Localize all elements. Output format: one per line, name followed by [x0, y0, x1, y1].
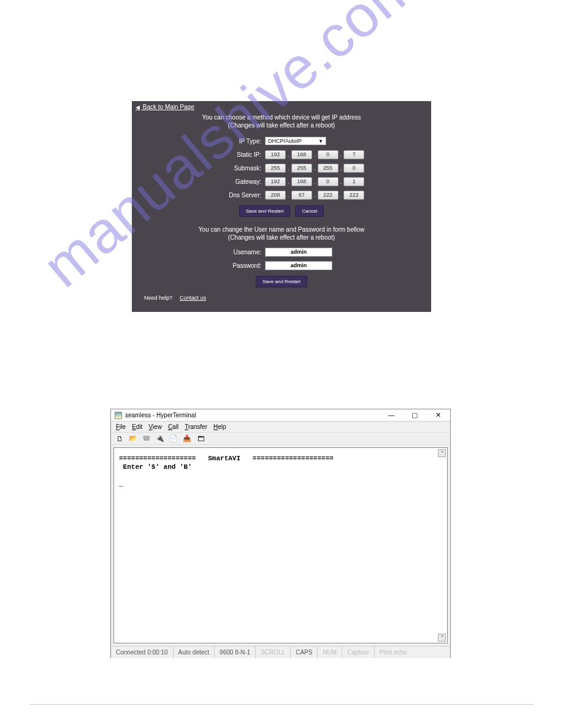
scroll-up-button[interactable]: ˄ — [438, 449, 446, 457]
toolbar: 🗋 📂 ☎ 🔌 📄 📥 🗔 — [111, 433, 450, 445]
submask-label: Submask: — [175, 165, 261, 172]
statusbar: Connected 0:00:10 Auto detect 9600 8-N-1… — [111, 646, 450, 658]
menubar: File Edit View Call Transfer Help — [111, 422, 450, 433]
need-help-label: Need help? — [144, 295, 172, 301]
status-capture: Capture — [342, 646, 375, 658]
username-label: Usename: — [175, 249, 261, 256]
menu-call[interactable]: Call — [168, 423, 178, 430]
back-label: Back to Main Page — [143, 104, 194, 110]
back-arrow-icon: ◀ — [136, 104, 140, 110]
submask-octet-3[interactable]: 255 — [318, 164, 339, 173]
dns-octet-3[interactable]: 222 — [318, 191, 339, 200]
properties-icon[interactable]: 🗔 — [196, 434, 205, 444]
menu-view[interactable]: View — [148, 423, 162, 430]
status-print: Print echo — [375, 646, 412, 658]
gateway-octet-3[interactable]: 0 — [318, 177, 339, 186]
gateway-octet-1[interactable]: 192 — [265, 177, 286, 186]
chevron-down-icon: ▼ — [318, 138, 323, 144]
instruction-user-1: You can change the User name and Passwor… — [132, 226, 431, 233]
static-ip-octet-4[interactable]: 7 — [343, 150, 364, 159]
open-icon[interactable]: 📂 — [128, 434, 138, 444]
menu-file[interactable]: File — [116, 423, 126, 430]
disconnect-icon[interactable]: 🔌 — [155, 434, 165, 444]
dns-octet-1[interactable]: 208 — [265, 191, 286, 200]
menu-transfer[interactable]: Transfer — [185, 423, 207, 430]
send-icon[interactable]: 📄 — [169, 434, 178, 444]
static-ip-octet-1[interactable]: 192 — [265, 150, 286, 159]
status-caps: CAPS — [291, 646, 318, 658]
menu-help[interactable]: Help — [213, 423, 226, 430]
save-restart-user-button[interactable]: Save and Restart — [256, 276, 307, 287]
status-detect: Auto detect — [174, 646, 215, 658]
gateway-label: Gateway: — [175, 178, 261, 185]
dns-label: Dns Server: — [175, 192, 261, 199]
status-baud: 9600 8-N-1 — [215, 646, 256, 658]
connect-icon[interactable]: ☎ — [142, 434, 151, 444]
static-ip-octet-2[interactable]: 168 — [291, 150, 312, 159]
ip-form: IP Type: DHCP/AutoIP ▼ Static IP: 192. 1… — [132, 135, 431, 217]
ip-type-label: IP Type: — [175, 138, 261, 145]
terminal-content: =================== SmartAVI ===========… — [114, 448, 447, 495]
submask-octet-2[interactable]: 255 — [291, 164, 312, 173]
status-connected: Connected 0:00:10 — [111, 646, 174, 658]
config-panel: ◀ Back to Main Page You can choose a met… — [132, 101, 431, 312]
instruction-user-2: (Changes will take effect after a reboot… — [132, 233, 431, 241]
window-title: seamless - HyperTerminal — [125, 412, 196, 419]
submask-octet-1[interactable]: 255 — [265, 164, 286, 173]
user-form: Usename: admin Password: admin Save and … — [132, 246, 431, 287]
close-button[interactable]: ✕ — [429, 411, 446, 419]
new-icon[interactable]: 🗋 — [115, 434, 124, 444]
password-input[interactable]: admin — [265, 261, 332, 270]
status-scroll: SCROLL — [256, 646, 291, 658]
hyperterminal-window: seamless - HyperTerminal — ▢ ✕ File Edit… — [110, 409, 451, 658]
instruction-line-2: (Changes will take effect after a reboot… — [132, 121, 431, 129]
status-num: NUM — [318, 646, 342, 658]
ip-type-select[interactable]: DHCP/AutoIP ▼ — [265, 137, 326, 145]
ip-type-value: DHCP/AutoIP — [268, 138, 302, 144]
save-restart-button[interactable]: Save and Restart — [239, 205, 291, 217]
back-to-main-link[interactable]: ◀ Back to Main Page — [136, 104, 194, 110]
instruction-line-1: You can choose a method which device wil… — [132, 113, 431, 121]
minimize-button[interactable]: — — [383, 411, 400, 419]
submask-octet-4[interactable]: 0 — [343, 164, 364, 173]
gateway-octet-4[interactable]: 1 — [343, 177, 364, 186]
menu-edit[interactable]: Edit — [132, 423, 142, 430]
dns-octet-2[interactable]: 67 — [291, 191, 312, 200]
maximize-button[interactable]: ▢ — [406, 411, 423, 419]
terminal-area[interactable]: ˄ =================== SmartAVI =========… — [113, 447, 448, 643]
static-ip-octet-3[interactable]: 0 — [318, 150, 339, 159]
receive-icon[interactable]: 📥 — [182, 434, 192, 444]
page-divider — [29, 704, 534, 705]
contact-us-link[interactable]: Contact us — [180, 295, 206, 301]
cancel-button[interactable]: Cancel — [295, 205, 324, 217]
page: ◀ Back to Main Page You can choose a met… — [0, 0, 563, 728]
password-label: Password: — [175, 262, 261, 269]
scroll-down-button[interactable]: ˅ — [438, 634, 446, 642]
dns-octet-4[interactable]: 222 — [343, 191, 364, 200]
app-icon — [115, 412, 122, 419]
username-input[interactable]: admin — [265, 248, 332, 257]
static-ip-label: Static IP: — [175, 151, 261, 158]
gateway-octet-2[interactable]: 168 — [291, 177, 312, 186]
titlebar: seamless - HyperTerminal — ▢ ✕ — [111, 409, 450, 422]
footer: Need help? Contact us — [144, 295, 206, 301]
